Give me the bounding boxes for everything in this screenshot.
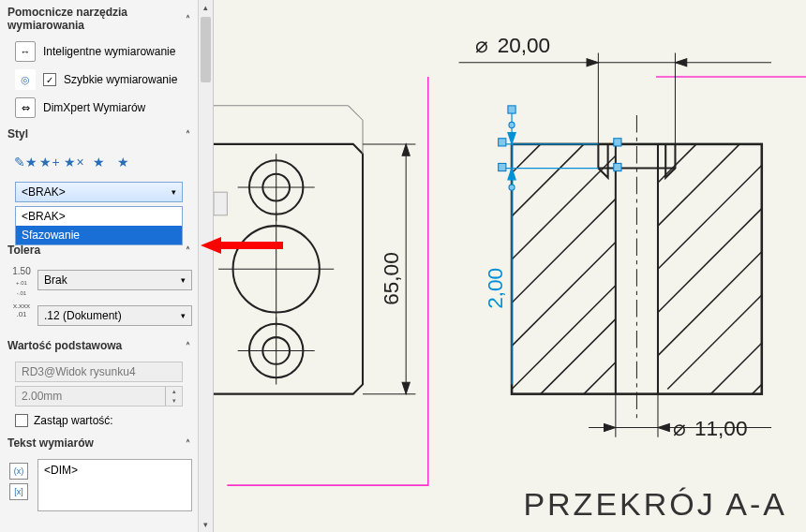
section-label: PRZEKRÓJ A-A (523, 486, 787, 523)
svg-line-33 (584, 362, 616, 394)
dim-11-diasym: ⌀ (673, 417, 686, 440)
section-tolerance-label: Tolera (7, 244, 40, 257)
smart-dim-icon: ↔ (15, 41, 36, 62)
svg-marker-55 (508, 133, 515, 144)
tolerance-type-icon: 1.50+.01-.01 (11, 266, 32, 297)
dimtext-format2-icon[interactable]: [x] (9, 483, 28, 500)
svg-line-30 (512, 243, 616, 347)
svg-marker-20 (402, 382, 410, 393)
section-style-label: Styl (7, 127, 28, 140)
svg-marker-50 (604, 423, 616, 431)
chevron-down-icon: ▾ (181, 311, 186, 320)
svg-rect-60 (614, 163, 621, 170)
smart-dim-row[interactable]: ↔ Inteligentne wymiarowanie (0, 37, 198, 66)
section-dimtext[interactable]: Tekst wymiarów ˄ (0, 431, 198, 455)
svg-rect-0 (214, 192, 227, 215)
chevron-up-icon: ˄ (186, 438, 190, 449)
dimxpert-label: DimXpert Wymiarów (43, 101, 145, 114)
style-select[interactable]: <BRAK> ▾ (15, 182, 183, 202)
baseval-value-text: 2.00mm (22, 390, 62, 403)
style-option-brak[interactable]: <BRAK> (16, 207, 182, 226)
override-row[interactable]: Zastąp wartość: (0, 410, 198, 431)
spin-buttons: ▴ ▾ (165, 387, 182, 406)
chevron-up-icon: ˄ (186, 14, 190, 24)
baseval-ref-text: RD3@Widok rysunku4 (22, 365, 136, 378)
style-load-icon[interactable]: ★ (112, 152, 133, 172)
svg-marker-19 (402, 144, 410, 155)
precision-icon: x.xxx.01 (11, 302, 32, 318)
svg-rect-58 (499, 163, 506, 170)
precision-value: .12 (Dokument) (44, 309, 122, 322)
scroll-thumb[interactable] (201, 17, 211, 82)
svg-line-39 (667, 295, 762, 390)
svg-marker-46 (675, 59, 686, 66)
svg-line-35 (658, 144, 739, 226)
svg-line-37 (658, 209, 762, 313)
style-dropdown-list: <BRAK> Sfazowanie (15, 206, 183, 245)
svg-line-32 (541, 319, 616, 394)
svg-point-62 (509, 122, 515, 127)
drawing-svg: 65,00 (214, 0, 806, 532)
style-save-icon[interactable]: ★ (88, 152, 109, 172)
tolerance-type-select[interactable]: Brak ▾ (37, 270, 192, 290)
baseval-value-field[interactable]: 2.00mm ▴ ▾ (15, 386, 183, 406)
dim-2: 2,00 (484, 268, 507, 309)
svg-rect-59 (614, 139, 621, 146)
rapid-dim-checkbox[interactable]: ✓ (43, 73, 56, 86)
dimxpert-row[interactable]: ⇔ DimXpert Wymiarów (0, 94, 198, 122)
rapid-dim-icon: ◎ (15, 69, 36, 90)
style-icon-bar: ✎★ ★+ ★× ★ ★ (0, 146, 198, 178)
smart-dim-label: Inteligentne wymiarowanie (43, 45, 175, 58)
svg-line-36 (658, 165, 762, 269)
svg-rect-57 (499, 139, 506, 146)
red-annotation-arrow (201, 236, 283, 255)
section-dim-tools[interactable]: Pomocnicze narzędzia wymiarowania ˄ (0, 0, 198, 37)
svg-marker-45 (587, 59, 598, 66)
spin-down-icon[interactable]: ▾ (165, 396, 182, 406)
dim-20: 20,00 (498, 34, 550, 57)
drawing-canvas[interactable]: 65,00 (214, 0, 806, 532)
svg-rect-61 (508, 106, 515, 113)
style-select-value: <BRAK> (22, 185, 66, 199)
tolerance-type-value: Brak (44, 273, 67, 287)
style-add-icon[interactable]: ★+ (39, 152, 60, 172)
panel-scrollbar[interactable]: ▴ ▾ (198, 0, 213, 532)
svg-point-63 (509, 185, 515, 190)
svg-line-27 (512, 144, 584, 216)
svg-line-38 (658, 252, 762, 356)
scroll-up-icon[interactable]: ▴ (199, 0, 213, 15)
chevron-up-icon: ˄ (186, 341, 190, 351)
dim-65: 65,00 (380, 252, 403, 304)
dimxpert-icon: ⇔ (15, 97, 36, 118)
section-dimtext-label: Tekst wymiarów (7, 436, 94, 450)
dim-20-diasym: ⌀ (475, 34, 488, 57)
dimtext-input[interactable]: <DIM> (37, 459, 192, 511)
override-label: Zastąp wartość: (34, 414, 113, 427)
svg-marker-51 (658, 423, 669, 431)
property-panel: Pomocnicze narzędzia wymiarowania ˄ ↔ In… (0, 0, 214, 532)
svg-line-34 (658, 144, 696, 183)
dimtext-format1-icon[interactable]: (x) (9, 463, 28, 480)
spin-up-icon[interactable]: ▴ (165, 387, 182, 396)
panel-scroll-area: Pomocnicze narzędzia wymiarowania ˄ ↔ In… (0, 0, 198, 532)
rapid-dim-label: Szybkie wymiarowanie (64, 73, 177, 86)
precision-select[interactable]: .12 (Dokument) ▾ (37, 305, 192, 326)
scroll-down-icon[interactable]: ▾ (199, 517, 213, 532)
chevron-up-icon: ˄ (186, 245, 190, 256)
svg-line-31 (512, 286, 616, 390)
chevron-down-icon: ▾ (172, 187, 176, 197)
svg-line-15 (349, 106, 363, 120)
section-baseval-label: Wartość podstawowa (7, 339, 122, 352)
style-remove-icon[interactable]: ★× (64, 152, 84, 172)
chevron-down-icon: ▾ (181, 275, 186, 285)
svg-marker-64 (201, 237, 283, 254)
svg-line-41 (753, 384, 762, 393)
rapid-dim-row[interactable]: ◎ ✓ Szybkie wymiarowanie (0, 66, 198, 94)
override-checkbox[interactable] (15, 414, 28, 427)
baseval-ref-field: RD3@Widok rysunku4 (15, 362, 183, 382)
style-option-sfazowanie[interactable]: Sfazowanie (16, 226, 182, 244)
section-dim-tools-label: Pomocnicze narzędzia wymiarowania (7, 6, 186, 32)
style-apply-icon[interactable]: ✎★ (15, 152, 36, 172)
section-style[interactable]: Styl ˄ (0, 122, 198, 146)
section-baseval[interactable]: Wartość podstawowa ˄ (0, 333, 198, 358)
